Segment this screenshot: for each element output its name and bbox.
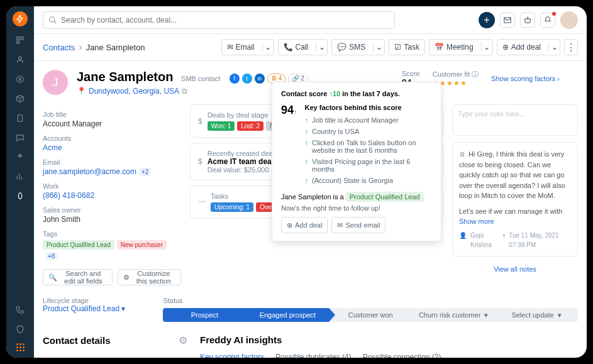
copy-icon[interactable]: ⧉ [182,87,187,96]
phone-link[interactable]: (866) 418-0682 [43,191,181,200]
contact-details-panel: Contact details ⚙ 〰Activities ☰Contact f… [43,334,187,358]
status-prospect[interactable]: Prospect [163,308,246,322]
svg-rect-1 [21,37,23,40]
tags-more-badge[interactable]: +8 [45,252,57,260]
chevron-down-icon[interactable]: ⌄ [373,43,384,52]
badge-notes-count: 4 [279,75,282,82]
edit-fields-button[interactable]: 🔍 Search and edit all fields [43,269,113,285]
lost-badge: Lost: 2 [237,121,263,131]
linkedin-icon[interactable]: in [255,74,265,84]
user-avatar[interactable] [560,11,578,29]
note-icon: 🗎 [459,149,466,160]
tab-duplicates[interactable]: Possible duplicates (4) [275,353,352,358]
pql-tag: Product Qualified Lead [346,192,424,202]
email-link[interactable]: jane.sampleton@acme.com [43,167,136,176]
breadcrumb-root[interactable]: Contacts [43,43,75,52]
nav-apps-icon[interactable] [16,343,25,351]
lifecycle-stage-dropdown[interactable]: Product Qualified Lead ▾ [43,304,125,313]
popover-text: Contact score [281,90,329,97]
tag[interactable]: Product Qualified Lead [43,240,114,250]
owner-value: John Smith [43,215,181,224]
deal-value: Deal value: $25,000 [208,166,274,174]
nav-rocket-icon[interactable] [14,190,26,202]
chevron-down-icon[interactable]: ⌄ [481,43,492,52]
status-churn[interactable]: Churn risk customer ▾ [412,308,495,322]
task-button[interactable]: ☑ Task [389,39,425,55]
contact-avatar: J [43,70,68,95]
chevron-down-icon[interactable]: ⌄ [262,43,274,52]
left-nav [6,6,34,358]
twitter-icon[interactable]: t [242,74,252,84]
popover-add-deal-button[interactable]: ⊕ Add deal [281,217,328,233]
search-icon [48,16,57,25]
deal-name: Acme IT team deal [208,157,274,166]
search-input[interactable] [61,16,389,25]
nav-doc-icon[interactable] [14,113,26,124]
job-title-value: Account Manager [43,119,181,128]
nav-money-icon[interactable] [14,74,26,85]
note-input[interactable]: Type your note here... [452,104,578,136]
author-icon: 👤 [459,231,467,250]
gear-icon[interactable]: ⚙ [179,334,187,346]
call-label: Call [296,43,309,52]
nav-phone-icon[interactable] [14,304,26,316]
field-label: Tags [43,230,181,238]
contact-location[interactable]: Dundywood, Georgia, USA [89,87,179,96]
meeting-label: Meeting [446,43,474,52]
top-bar: + [34,6,587,34]
nav-box-icon[interactable] [14,93,26,104]
fit-label: Customer fit [433,70,470,78]
email-more-badge[interactable]: +2 [139,168,151,176]
nav-contacts-icon[interactable] [14,54,26,65]
field-label: Work [43,182,181,190]
facebook-icon[interactable]: f [230,74,240,84]
customize-button[interactable]: ⚙ Customize this section [118,269,181,285]
meeting-button[interactable]: 📅 Meeting⌄ [429,39,493,55]
call-button[interactable]: 📞 Call⌄ [278,39,328,55]
bell-icon[interactable] [540,13,555,28]
badge-links-count: 2 [301,75,304,82]
nav-dashboard-icon[interactable] [14,35,26,46]
show-factors-link[interactable]: Show scoring factors › [491,75,560,82]
activities-item[interactable]: 〰Activities [43,353,187,358]
add-button[interactable]: + [479,12,495,28]
svg-rect-0 [17,37,19,40]
chevron-down-icon[interactable]: ⌄ [316,43,327,52]
note-author: Gopi Krishna [470,231,499,250]
account-link[interactable]: Acme [43,143,181,152]
popover-text: Jane Sampleton is a [281,193,346,201]
email-button[interactable]: ✉ Email⌄ [221,39,274,55]
nav-chat-icon[interactable] [14,132,26,143]
popover-delta: 10 [333,90,340,97]
chevron-down-icon[interactable]: ⌄ [548,43,560,52]
logo-icon[interactable] [13,11,28,26]
status-won[interactable]: Customer won [329,308,412,322]
factor: Country is USA [312,128,359,135]
more-menu-icon[interactable]: ⋮ [564,39,578,55]
contact-fields-column: Job title Account Manager Accounts Acme … [43,104,181,285]
tab-key-factors[interactable]: Key scoring factors [200,353,264,358]
view-all-notes-link[interactable]: View all notes [452,265,578,273]
popover-send-email-button[interactable]: ✉ Send email [331,217,385,233]
global-search[interactable] [43,11,395,29]
mail-icon[interactable] [500,13,515,28]
lifecycle-label: Lifecycle stage [43,297,125,304]
status-select[interactable]: Select update ▾ [495,308,578,322]
nav-shield-icon[interactable] [14,324,26,335]
nav-spark-icon[interactable] [14,152,26,163]
nav-report-icon[interactable] [14,171,26,182]
show-more-link[interactable]: Show more [459,218,494,225]
basket-icon[interactable] [520,13,535,28]
tab-connections[interactable]: Possible connection (2) [363,353,441,358]
sms-label: SMS [349,43,365,52]
status-engaged[interactable]: Engaged prospect [246,308,329,322]
sms-button[interactable]: 💬 SMS⌄ [331,39,385,55]
task-label: Task [404,43,419,52]
breadcrumb: Contacts › Jane Sampleton ✉ Email⌄ 📞 Cal… [34,34,587,61]
money-icon: $ [198,157,202,166]
popover-text: in the last 7 days. [340,90,400,97]
note-card: 🗎 Hi Greg, I think this deal is very clo… [452,142,578,256]
tag[interactable]: New purchaser [117,240,167,250]
add-deal-button[interactable]: ⊕ Add deal⌄ [497,39,560,55]
won-badge: Won: 1 [208,121,235,131]
